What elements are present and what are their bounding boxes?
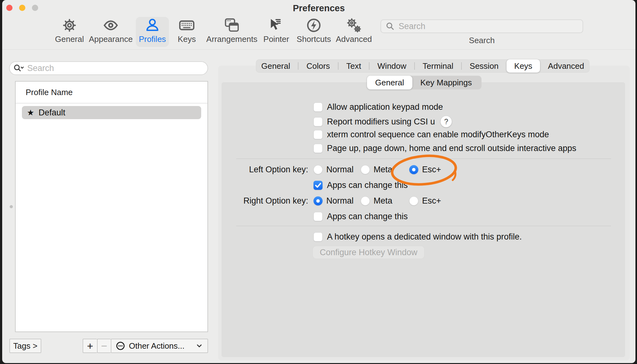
checkbox-row: Report modifiers using CSI u ? [313, 116, 452, 127]
checkbox-modify-other-keys[interactable] [313, 130, 323, 139]
toolbar-item-profiles[interactable]: Profiles [136, 17, 169, 47]
left-option-radio-group: Esc+ [409, 165, 441, 174]
keyboard-icon [178, 17, 195, 34]
subtab-general[interactable]: General [367, 76, 412, 89]
toolbar-search-caption: Search [380, 36, 583, 45]
other-actions-label: Other Actions... [129, 341, 185, 351]
chevron-down-icon [196, 342, 203, 350]
checkbox-row: Allow application keypad mode [313, 102, 443, 112]
toolbar-search-input[interactable] [399, 22, 578, 31]
splitter-handle[interactable] [10, 205, 13, 208]
toolbar-item-keys[interactable]: Keys [173, 17, 201, 47]
left-option-key-label: Left Option key: [216, 165, 308, 174]
profile-tab-bar: General Colors Text Window Terminal Sess… [256, 59, 589, 73]
tab-keys[interactable]: Keys [507, 59, 540, 73]
checkbox-page-scroll[interactable] [313, 144, 323, 153]
check-icon [313, 181, 323, 190]
tab-general[interactable]: General [253, 59, 298, 73]
toolbar-item-advanced[interactable]: Advanced [335, 17, 373, 47]
toolbar-item-general[interactable]: General [51, 17, 88, 47]
gear-icon [61, 17, 78, 34]
radio-right-meta[interactable] [361, 196, 370, 205]
left-option-radio-group: Meta [361, 165, 392, 174]
help-button[interactable]: ? [441, 116, 452, 127]
subtab-key-mappings[interactable]: Key Mappings [412, 76, 480, 89]
checkbox-hotkey-window[interactable] [313, 232, 323, 241]
search-icon [385, 22, 395, 31]
radio-right-esc[interactable] [409, 196, 418, 205]
profile-list: Profile Name ★ Default [15, 81, 208, 332]
profile-name: Default [38, 108, 65, 118]
checkbox-csi-u[interactable] [313, 117, 323, 126]
profile-row-default[interactable]: ★ Default [22, 106, 201, 119]
checkbox-row: Page up, page down, home and end scroll … [313, 144, 576, 153]
toolbar: General Appearance Profiles [2, 16, 635, 49]
tab-window[interactable]: Window [369, 59, 414, 73]
checkbox-row: Apps can change this [313, 180, 408, 190]
radio-left-normal[interactable] [313, 165, 323, 174]
configure-hotkey-window-button: Configure Hotkey Window [313, 246, 425, 259]
radio-right-normal[interactable] [313, 196, 323, 205]
window-title: Preferences [2, 3, 635, 13]
tab-terminal[interactable]: Terminal [415, 59, 461, 73]
ellipsis-circle-icon [116, 341, 125, 351]
tab-colors[interactable]: Colors [298, 59, 338, 73]
tab-session[interactable]: Session [462, 59, 507, 73]
search-scope-icon [13, 63, 24, 73]
checkbox-right-apps-can-change[interactable] [313, 212, 323, 221]
titlebar: Preferences [2, 0, 635, 16]
checkbox-left-apps-can-change[interactable] [313, 181, 323, 190]
right-option-radio-group: Esc+ [409, 196, 441, 206]
tags-button[interactable]: Tags > [9, 339, 41, 353]
profile-list-header: Profile Name [16, 82, 207, 104]
checkbox-row: A hotkey opens a dedicated window with t… [313, 232, 522, 242]
tab-text[interactable]: Text [339, 59, 369, 73]
toolbar-item-arrangements[interactable]: Arrangements [206, 17, 258, 47]
windows-stack-icon [223, 17, 240, 34]
person-icon [144, 17, 161, 34]
checkbox-row: Apps can change this [313, 212, 408, 221]
cursor-icon [268, 17, 285, 34]
eye-icon [102, 17, 119, 34]
tab-advanced[interactable]: Advanced [540, 59, 592, 73]
radio-left-meta[interactable] [361, 165, 370, 174]
divider [236, 159, 611, 159]
checkbox-row: xterm control sequence can enable modify… [313, 130, 549, 139]
profile-search-field[interactable] [9, 61, 208, 75]
profile-search-input[interactable] [27, 63, 204, 73]
toolbar-item-appearance[interactable]: Appearance [89, 17, 133, 47]
other-actions-dropdown[interactable]: Other Actions... [111, 339, 208, 353]
add-profile-button[interactable]: + [83, 339, 97, 353]
lightning-icon [305, 17, 322, 34]
toolbar-search-field[interactable] [380, 19, 583, 33]
toolbar-item-shortcuts[interactable]: Shortcuts [294, 17, 334, 47]
toolbar-item-pointer[interactable]: Pointer [260, 17, 293, 47]
checkbox-keypad-mode[interactable] [313, 103, 323, 112]
radio-left-esc[interactable] [409, 165, 418, 174]
right-option-radio-group: Meta [361, 196, 392, 206]
star-icon: ★ [27, 108, 34, 117]
keys-subtab-bar: General Key Mappings [367, 76, 482, 89]
gears-icon [345, 17, 362, 34]
right-option-key-label: Right Option key: [216, 196, 308, 206]
right-option-radio-group: Normal [313, 196, 354, 206]
left-option-radio-group: Normal [313, 165, 354, 174]
remove-profile-button[interactable]: − [97, 339, 111, 353]
divider [236, 226, 611, 226]
preferences-window: Preferences General Appearance [2, 0, 635, 363]
